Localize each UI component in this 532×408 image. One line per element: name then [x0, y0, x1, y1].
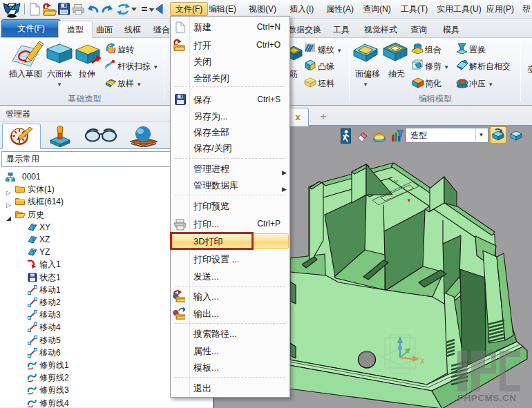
svg-text:▼: ▼ — [406, 197, 412, 204]
svg-text:X: X — [420, 358, 425, 365]
svg-text:PHPCMS.CN: PHPCMS.CN — [457, 393, 517, 403]
svg-text:Y: Y — [394, 179, 398, 186]
